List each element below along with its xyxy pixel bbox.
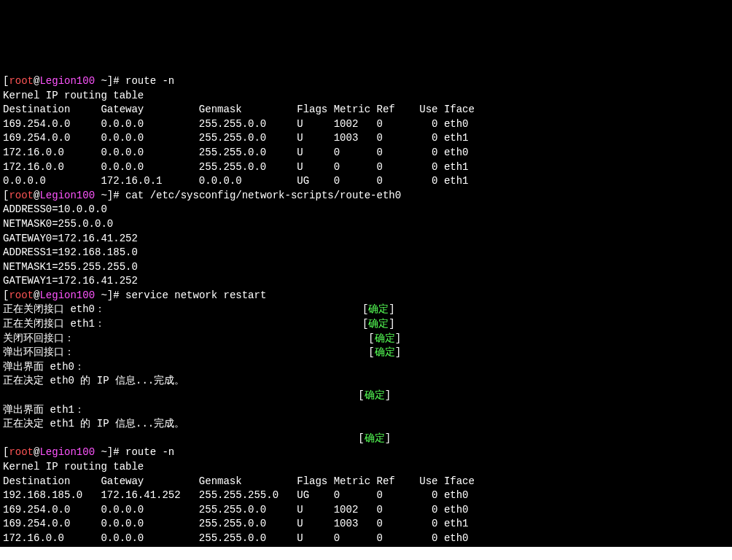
- file-line: ADDRESS0=10.0.0.0: [3, 203, 107, 215]
- ok-word: 确定: [375, 346, 395, 358]
- ok-open: [: [368, 332, 374, 344]
- ok-pad: [105, 303, 362, 315]
- prompt-host: Legion100: [39, 289, 95, 301]
- table-header: Destination Gateway Genmask Flags Metric…: [3, 475, 475, 487]
- file-line: GATEWAY1=172.16.41.252: [3, 275, 138, 287]
- prompt-user: root: [9, 289, 34, 301]
- command-text: cat /etc/sysconfig/network-scripts/route…: [125, 190, 401, 201]
- terminal-output[interactable]: [root@Legion100 ~]# route -n Kernel IP r…: [0, 57, 732, 560]
- service-line: 正在关闭接口 eth1：: [3, 318, 105, 330]
- prompt-path: ~]#: [95, 190, 125, 201]
- table-row: 169.254.0.0 0.0.0.0 255.255.0.0 U 1003 0…: [3, 132, 469, 144]
- table-row: 172.16.0.0 0.0.0.0 255.255.0.0 U 0 0 0 e…: [3, 532, 469, 544]
- prompt-path: ~]#: [95, 75, 125, 87]
- file-line: GATEWAY0=172.16.41.252: [3, 233, 138, 244]
- ok-close: ]: [385, 389, 391, 401]
- ok-open: [: [358, 389, 364, 401]
- command-text: route -n: [125, 446, 174, 458]
- tmux-statusbar: 0+$ bash: [0, 547, 732, 560]
- service-line: 正在关闭接口 eth0：: [3, 303, 105, 315]
- ok-word: 确定: [368, 318, 389, 330]
- prompt-host: Legion100: [39, 75, 95, 87]
- ok-close: ]: [395, 332, 401, 344]
- table-row: 192.168.185.0 172.16.41.252 255.255.255.…: [3, 489, 469, 501]
- service-line: 弹出界面 eth0：: [3, 361, 85, 373]
- file-line: ADDRESS1=192.168.185.0: [3, 246, 138, 258]
- table-row: 0.0.0.0 172.16.0.1 0.0.0.0 UG 0 0 0 eth1: [3, 175, 469, 187]
- file-line: NETMASK1=255.255.255.0: [3, 261, 138, 273]
- service-line: 弹出界面 eth1：: [3, 404, 85, 416]
- table-row: 172.16.0.0 0.0.0.0 255.255.0.0 U 0 0 0 e…: [3, 161, 469, 173]
- ok-word: 确定: [365, 389, 385, 401]
- ok-word: 确定: [368, 303, 389, 315]
- ok-pad: [105, 318, 362, 330]
- service-line: 关闭环回接口：: [3, 332, 74, 344]
- ok-word: 确定: [375, 332, 395, 344]
- command-text: service network restart: [125, 289, 266, 301]
- service-line: 正在决定 eth1 的 IP 信息...完成。: [3, 418, 184, 429]
- table-row: 169.254.0.0 0.0.0.0 255.255.0.0 U 1002 0…: [3, 504, 469, 516]
- table-title: Kernel IP routing table: [3, 90, 144, 101]
- ok-pad: [3, 432, 358, 444]
- ok-pad: [3, 389, 358, 401]
- prompt-user: root: [9, 190, 34, 201]
- ok-pad: [74, 346, 368, 358]
- table-title: Kernel IP routing table: [3, 461, 144, 472]
- ok-close: ]: [389, 303, 394, 315]
- ok-close: ]: [395, 346, 401, 358]
- prompt-user: root: [9, 446, 34, 458]
- ok-open: [: [358, 432, 364, 444]
- table-row: 169.254.0.0 0.0.0.0 255.255.0.0 U 1003 0…: [3, 518, 469, 529]
- prompt-host: Legion100: [39, 190, 95, 201]
- table-header: Destination Gateway Genmask Flags Metric…: [3, 104, 475, 115]
- file-line: NETMASK0=255.0.0.0: [3, 218, 113, 230]
- table-row: 169.254.0.0 0.0.0.0 255.255.0.0 U 1002 0…: [3, 118, 469, 130]
- prompt-host: Legion100: [39, 446, 95, 458]
- ok-open: [: [368, 346, 374, 358]
- prompt-path: ~]#: [95, 446, 125, 458]
- ok-close: ]: [385, 432, 391, 444]
- ok-word: 确定: [365, 432, 385, 444]
- ok-close: ]: [389, 318, 394, 330]
- command-text: route -n: [125, 75, 174, 87]
- table-row: 172.16.0.0 0.0.0.0 255.255.0.0 U 0 0 0 e…: [3, 147, 469, 158]
- ok-pad: [74, 332, 368, 344]
- prompt-user: root: [9, 75, 34, 87]
- service-line: 正在决定 eth0 的 IP 信息...完成。: [3, 375, 184, 386]
- service-line: 弹出环回接口：: [3, 346, 74, 358]
- prompt-path: ~]#: [95, 289, 125, 301]
